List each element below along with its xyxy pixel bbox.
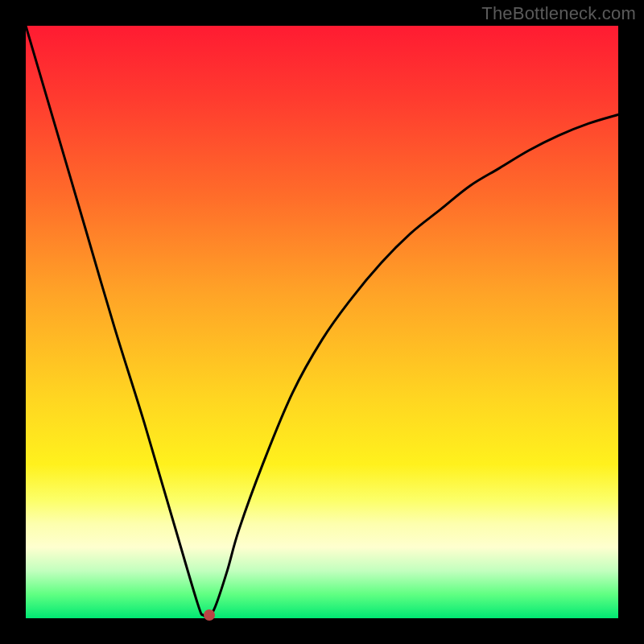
chart-frame: TheBottleneck.com [0,0,644,644]
minimum-marker-dot [204,609,215,621]
watermark-text: TheBottleneck.com [481,3,636,24]
bottleneck-curve-path [26,26,618,617]
plot-area [26,26,618,618]
curve-svg [26,26,618,618]
